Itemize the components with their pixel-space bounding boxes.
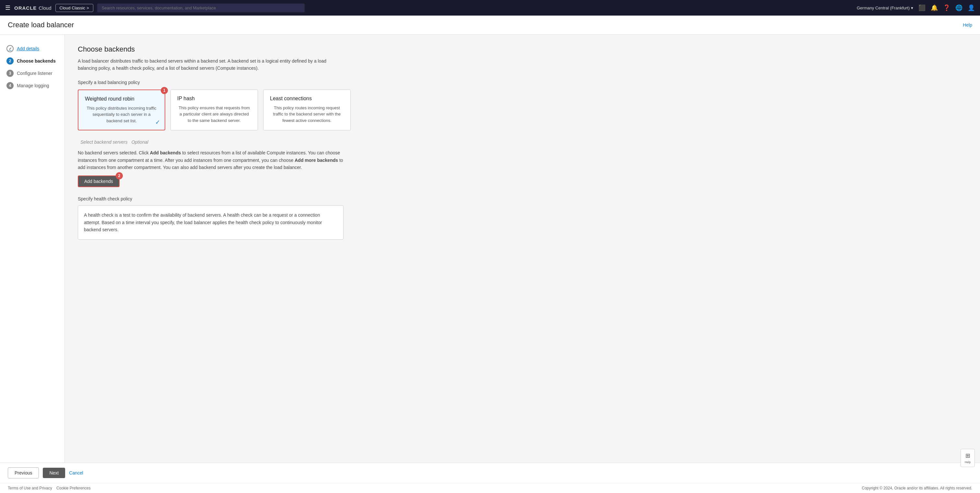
page-header: Create load balancer Help (0, 16, 980, 35)
notifications-icon[interactable]: 🔔 (931, 4, 938, 11)
user-avatar[interactable]: 👤 (968, 4, 975, 11)
oracle-wordmark: ORACLE (14, 5, 37, 11)
help-widget-icon: ⊞ (966, 452, 970, 459)
health-check-label: Specify health check policy (78, 196, 967, 201)
footer-left-links: Terms of Use and Privacy Cookie Preferen… (8, 486, 91, 490)
cancel-link[interactable]: Cancel (69, 470, 83, 475)
help-widget[interactable]: ⊞ Help (961, 449, 975, 467)
policy-card-title: Weighted round robin (85, 96, 158, 102)
policy-card-title: IP hash (177, 96, 251, 102)
health-check-section: Specify health check policy A health che… (78, 196, 967, 239)
policy-card-ip-hash[interactable]: IP hash This policy ensures that request… (170, 89, 258, 131)
search-input[interactable] (97, 3, 305, 12)
nav-right-controls: Germany Central (Frankfurt) ▾ ⬛ 🔔 ❓ 🌐 👤 (857, 4, 975, 11)
sidebar-item-choose-backends[interactable]: 2 Choose backends (0, 55, 65, 67)
policy-card-desc: This policy routes incoming request traf… (270, 105, 344, 124)
region-selector[interactable]: Germany Central (Frankfurt) ▾ (857, 5, 913, 10)
hamburger-menu-icon[interactable]: ☰ (5, 4, 10, 11)
sidebar-item-label: Choose backends (17, 58, 56, 64)
main-content: Choose backends A load balancer distribu… (65, 35, 980, 463)
step-3-badge: 3 (6, 70, 14, 77)
policy-card-weighted-round-robin[interactable]: 1 Weighted round robin This policy distr… (78, 89, 165, 131)
policy-label: Specify a load balancing policy (78, 80, 967, 85)
add-backends-wrapper: Add backends 2 (78, 176, 119, 187)
step-1-badge: ✓ (6, 45, 14, 52)
policy-card-least-connections[interactable]: Least connections This policy routes inc… (263, 89, 351, 131)
add-backends-step-badge: 2 (116, 172, 123, 179)
backend-servers-section: Select backend servers Optional No backe… (78, 139, 967, 187)
backend-servers-label: Select backend servers Optional (78, 139, 967, 145)
footer-action-bar: Previous Next Cancel (0, 463, 980, 483)
sidebar-item-manage-logging[interactable]: 4 Manage logging (0, 80, 65, 92)
section-description: A load balancer distributes traffic to b… (78, 57, 344, 72)
developer-tools-icon[interactable]: ⬛ (918, 4, 926, 11)
checkmark-icon: ✓ (155, 119, 160, 126)
page-title: Create load balancer (8, 21, 74, 29)
wizard-sidebar: ✓ Add details 2 Choose backends 3 Config… (0, 35, 65, 463)
next-button[interactable]: Next (43, 468, 65, 478)
sidebar-item-add-details[interactable]: ✓ Add details (0, 43, 65, 55)
backend-description: No backend servers selected. Click Add b… (78, 149, 344, 171)
policy-card-title: Least connections (270, 96, 344, 102)
help-link[interactable]: Help (963, 22, 972, 27)
language-icon[interactable]: 🌐 (955, 4, 963, 11)
copyright-text: Copyright © 2024, Oracle and/or its affi… (862, 486, 972, 490)
policy-cards-container: 1 Weighted round robin This policy distr… (78, 89, 967, 131)
help-icon[interactable]: ❓ (943, 4, 950, 11)
sidebar-item-configure-listener[interactable]: 3 Configure listener (0, 67, 65, 80)
cookie-preferences-link[interactable]: Cookie Preferences (56, 486, 91, 490)
cloud-wordmark: Cloud (38, 5, 51, 11)
section-title: Choose backends (78, 45, 967, 54)
add-backends-button[interactable]: Add backends (78, 176, 119, 187)
health-check-description: A health check is a test to confirm the … (78, 205, 344, 239)
cloud-classic-button[interactable]: Cloud Classic > (56, 4, 93, 12)
sidebar-item-label: Configure listener (17, 71, 52, 76)
previous-button[interactable]: Previous (8, 467, 39, 479)
step-badge-1: 1 (161, 87, 168, 94)
step-4-badge: 4 (6, 82, 14, 89)
oracle-logo: ORACLE Cloud (14, 5, 51, 11)
top-navigation: ☰ ORACLE Cloud Cloud Classic > Germany C… (0, 0, 980, 16)
policy-card-desc: This policy ensures that requests from a… (177, 105, 251, 124)
policy-card-desc: This policy distributes incoming traffic… (85, 105, 158, 124)
terms-link[interactable]: Terms of Use and Privacy (8, 486, 52, 490)
step-2-badge: 2 (6, 57, 14, 65)
page-footer: Terms of Use and Privacy Cookie Preferen… (0, 483, 980, 493)
main-layout: ✓ Add details 2 Choose backends 3 Config… (0, 35, 980, 463)
help-widget-label: Help (965, 461, 971, 464)
sidebar-item-label: Manage logging (17, 83, 49, 88)
sidebar-item-label: Add details (17, 46, 39, 51)
